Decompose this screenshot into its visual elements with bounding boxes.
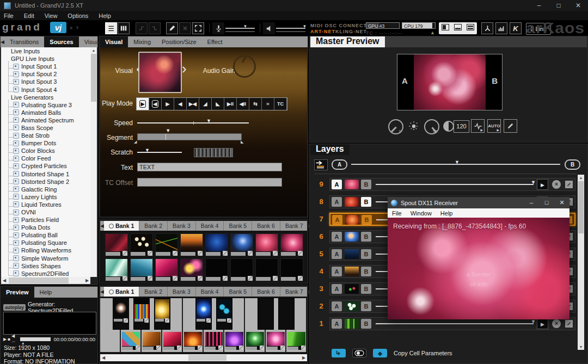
fullscreen-icon[interactable] bbox=[192, 22, 204, 34]
tab-bank-3[interactable]: Bank 3 bbox=[167, 221, 195, 231]
play-mode-loop-backward[interactable]: ◀ bbox=[149, 98, 162, 110]
tab-mixing[interactable]: Mixing bbox=[128, 36, 156, 47]
menu-item-file[interactable]: File bbox=[4, 13, 14, 19]
key-edit-icon[interactable] bbox=[280, 346, 285, 350]
key-edit-icon[interactable] bbox=[177, 346, 181, 350]
tab-bank-5[interactable]: Bank 5 bbox=[223, 221, 252, 231]
play-mode-play-forward[interactable]: ▶ bbox=[162, 98, 174, 110]
tab-bank-4[interactable]: Bank 4 bbox=[195, 287, 224, 297]
key-edit-icon[interactable] bbox=[239, 346, 243, 350]
key-edit-icon[interactable] bbox=[124, 318, 128, 323]
source-item-polka-dots[interactable]: Polka Dots bbox=[1, 224, 90, 231]
layer-1-opacity-slider[interactable]: ▼ bbox=[376, 323, 534, 324]
cell-edit-icon[interactable] bbox=[122, 276, 127, 281]
speed-slider[interactable]: ▼ bbox=[137, 122, 249, 124]
layers-vscrollbar[interactable]: ▲ ▼ bbox=[578, 175, 584, 350]
layer-2-b-button[interactable]: B bbox=[361, 301, 371, 311]
bank-cell-13[interactable] bbox=[205, 258, 228, 281]
source-item-rolling-waveforms[interactable]: Rolling Waveforms bbox=[1, 246, 90, 254]
layer-1-play-button[interactable]: ▶ bbox=[537, 318, 548, 329]
layer-7-b-button[interactable]: B bbox=[362, 215, 372, 225]
layer-8-thumbnail[interactable] bbox=[345, 197, 359, 207]
sources-vscrollbar[interactable]: ▲ bbox=[90, 47, 97, 277]
menu-item-options[interactable]: Options bbox=[68, 13, 88, 19]
bank-cell-12[interactable] bbox=[180, 258, 203, 281]
spout-menu-file[interactable]: File bbox=[392, 210, 402, 217]
source-item-distorted-shape-1[interactable]: Distorted Shape 1 bbox=[1, 170, 90, 178]
ab-toggle-button[interactable] bbox=[352, 349, 366, 357]
crossfader-slider[interactable]: ▼ bbox=[351, 164, 560, 165]
kaospad-icon[interactable]: K bbox=[510, 22, 522, 34]
tab-effect[interactable]: Effect bbox=[202, 36, 228, 47]
clear-brush-icon[interactable] bbox=[166, 22, 178, 34]
layer-3-a-button[interactable]: A bbox=[332, 284, 342, 294]
cell-edit-icon[interactable] bbox=[148, 276, 152, 281]
edit-master-icon[interactable] bbox=[504, 119, 517, 133]
bank-cell-16[interactable] bbox=[280, 258, 303, 281]
sources-hscrollbar[interactable]: ◀ ▶ bbox=[1, 277, 90, 284]
source-item-animated-spectrum[interactable]: Animated Spectrum bbox=[1, 116, 90, 124]
mute-icon[interactable]: ◀︵ bbox=[11, 334, 17, 344]
bpm-box[interactable]: 120 bbox=[454, 120, 469, 133]
audio-trigger-icon[interactable]: ▶ bbox=[471, 119, 485, 133]
source-item-galactic-ring[interactable]: Galactic Ring bbox=[1, 186, 90, 193]
master-volume-slider[interactable]: ▼ bbox=[276, 28, 305, 29]
segment-slider[interactable]: ▼ bbox=[137, 133, 242, 140]
play-mode-audio-sync[interactable]: ≈ bbox=[262, 98, 274, 110]
tab-bank-1[interactable]: Bank 1 bbox=[104, 287, 139, 297]
layer-1-clear-button[interactable]: × bbox=[552, 319, 561, 328]
source-item-pulsating-ball[interactable]: Pulsating Ball bbox=[1, 231, 90, 239]
tab-bank-3[interactable]: Bank 3 bbox=[167, 287, 195, 297]
mic-gain-slider[interactable]: ▼ bbox=[225, 28, 255, 29]
source-item-sixties-shapes[interactable]: Sixties Shapes bbox=[1, 262, 90, 270]
layer-3-thumbnail[interactable] bbox=[345, 284, 359, 294]
brightness-icon[interactable] bbox=[407, 119, 420, 133]
bank-cell-4[interactable] bbox=[180, 233, 203, 256]
spout-menu-window[interactable]: Window bbox=[411, 210, 432, 217]
menu-item-view[interactable]: View bbox=[45, 13, 58, 19]
spout-menu-help[interactable]: Help bbox=[440, 210, 453, 217]
play-mode-reverse-pause[interactable]: ◀II bbox=[237, 98, 249, 110]
key-edit-icon[interactable] bbox=[144, 318, 149, 323]
spout-title-bar[interactable]: Spout DX11 Receiver – □ ✕ bbox=[388, 197, 569, 208]
tc-offset-input[interactable] bbox=[137, 178, 282, 187]
menu-item-help[interactable]: Help bbox=[99, 13, 111, 19]
bank-cell-10[interactable] bbox=[130, 258, 153, 281]
cell-edit-icon[interactable] bbox=[173, 276, 177, 281]
source-group-live-inputs[interactable]: Live Inputs bbox=[1, 47, 90, 55]
source-group-gpu-live-inputs[interactable]: GPU Live Inputs bbox=[1, 55, 90, 63]
black-key-after-9[interactable] bbox=[278, 298, 295, 330]
key-edit-icon[interactable] bbox=[165, 318, 169, 323]
key-edit-icon[interactable] bbox=[218, 346, 223, 350]
source-item-particles-field[interactable]: Particles Field bbox=[1, 216, 90, 224]
layer-5-thumbnail[interactable] bbox=[345, 249, 359, 259]
spout-close-button[interactable]: ✕ bbox=[554, 197, 569, 208]
copy-ab-button[interactable] bbox=[332, 349, 346, 357]
source-group-live-generators[interactable]: Live Generators bbox=[1, 94, 90, 101]
source-item-color-feed[interactable]: Color Feed bbox=[1, 155, 90, 162]
crossfader-mode-button[interactable] bbox=[314, 159, 328, 170]
layer-4-b-button[interactable]: B bbox=[361, 267, 371, 276]
layer-1-a-button[interactable]: A bbox=[332, 319, 342, 329]
seek-slider[interactable]: ▲ bbox=[20, 337, 51, 341]
play-mode-play-backward[interactable]: ◀ bbox=[174, 98, 187, 110]
layer-9-play-button[interactable]: ▶ bbox=[537, 179, 548, 190]
tab-bank-6[interactable]: Bank 6 bbox=[252, 287, 280, 297]
tab-bank-7[interactable]: Bank 7 bbox=[280, 287, 308, 297]
layer-9-thumbnail[interactable] bbox=[345, 180, 359, 189]
black-key-after-2[interactable] bbox=[133, 298, 150, 330]
cell-edit-icon[interactable] bbox=[248, 276, 253, 281]
tab-bank-2[interactable]: Bank 2 bbox=[139, 287, 167, 297]
cell-edit-icon[interactable] bbox=[248, 251, 253, 256]
autoplay-master-icon[interactable]: AUTO▶ bbox=[487, 119, 501, 133]
layer-row-9[interactable]: AB▼▶× bbox=[329, 178, 575, 191]
source-item-simple-waveform[interactable]: Simple Waveform bbox=[1, 255, 90, 262]
tab-bank-4[interactable]: Bank 4 bbox=[195, 221, 224, 231]
maximize-button[interactable]: □ bbox=[549, 0, 568, 11]
master-size-knob[interactable]: 52 bbox=[424, 119, 439, 134]
cell-edit-icon[interactable] bbox=[148, 251, 152, 256]
layer-9-edit-icon[interactable] bbox=[565, 181, 573, 188]
bank-cell-5[interactable] bbox=[205, 233, 228, 256]
visual-thumbnail[interactable] bbox=[138, 52, 182, 93]
bank-cell-15[interactable] bbox=[255, 258, 278, 281]
